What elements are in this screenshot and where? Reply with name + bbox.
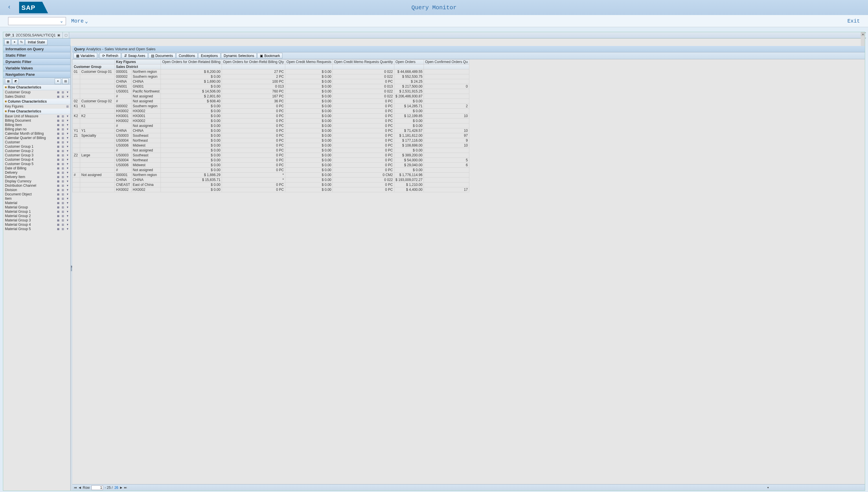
col-c4[interactable]: Open Credit Memo Requests Quantity (333, 59, 394, 65)
table-row[interactable]: K2K2HX0001HX0001$ 0.000 PC$ 0.000 PC$ 12… (73, 114, 469, 119)
char-drilldown-icon[interactable]: ▦ (56, 205, 61, 209)
tab-dp1[interactable]: DP_1 2CCSDSLSANALYTICQ1 ▣ (3, 32, 63, 38)
char-drilldown-icon[interactable]: ▦ (56, 141, 61, 144)
char-row[interactable]: Distribution Channel▦▥▼ (3, 183, 70, 188)
char-filter-icon[interactable]: ▼ (65, 91, 70, 94)
nav-icon-3[interactable]: ✦ (55, 78, 61, 84)
cat-col-chars[interactable]: Column Characteristics (3, 99, 70, 104)
table-row[interactable]: US0001Pacific Northwest$ 14,506.00760 PC… (73, 89, 469, 94)
table-row[interactable]: Y1Y1CHINACHINA$ 0.000 PC$ 0.000 PC$ 71,4… (73, 128, 469, 133)
char-drilldown-icon[interactable]: ▦ (56, 179, 61, 183)
char-swap-icon[interactable]: ▥ (61, 201, 65, 205)
char-filter-icon[interactable]: ▼ (65, 197, 70, 201)
char-swap-icon[interactable]: ▥ (61, 227, 65, 231)
char-filter-icon[interactable]: ▼ (65, 95, 70, 99)
char-filter-icon[interactable]: ▼ (65, 205, 70, 209)
char-drilldown-icon[interactable]: ▦ (56, 193, 61, 196)
char-row[interactable]: Delivery▦▥▼ (3, 171, 70, 175)
char-filter-icon[interactable]: ▼ (65, 149, 70, 153)
table-row[interactable]: US0004Northeast$ 0.000 PC$ 0.000 PC$ 54,… (73, 158, 469, 163)
char-drilldown-icon[interactable]: ▦ (56, 162, 61, 166)
char-filter-icon[interactable]: ▼ (65, 136, 70, 140)
exit-link[interactable]: Exit (847, 18, 860, 24)
char-drilldown-icon[interactable]: ▦ (56, 197, 61, 201)
row-input[interactable] (91, 485, 103, 490)
char-row[interactable]: Delivery Item▦▥▼ (3, 175, 70, 179)
char-row[interactable]: Material Group 2▦▥▼ (3, 214, 70, 218)
char-row[interactable]: Sales District▦▥▼ (3, 95, 70, 99)
table-row[interactable]: CHINACHINA$ 15,835.71*$ 0.000 022$ 193,0… (73, 177, 469, 182)
table-row[interactable]: #Not assigned$ 0.000 PC$ 0.000 PC$ 0.00 (73, 148, 469, 153)
char-swap-icon[interactable]: ▥ (61, 197, 65, 201)
char-drilldown-icon[interactable]: ▦ (56, 149, 61, 153)
char-filter-icon[interactable]: ▼ (65, 223, 70, 227)
char-swap-icon[interactable]: ▥ (61, 95, 65, 99)
char-row[interactable]: Customer Group 2▦▥▼ (3, 149, 70, 153)
nav-next-icon[interactable]: ▶ (120, 486, 122, 489)
documents-button[interactable]: ▤Documents (148, 53, 175, 58)
back-button[interactable]: ‹ (5, 3, 13, 11)
initial-state-button[interactable]: Initial State (25, 39, 47, 45)
char-filter-icon[interactable]: ▼ (65, 227, 70, 231)
exceptions-button[interactable]: Exceptions (198, 53, 220, 58)
char-row[interactable]: Material Group 3▦▥▼ (3, 218, 70, 223)
panel-variable-values[interactable]: Variable Values (3, 65, 70, 71)
char-drilldown-icon[interactable]: ▦ (56, 145, 61, 149)
char-filter-icon[interactable]: ▼ (65, 162, 70, 166)
char-swap-icon[interactable]: ▥ (61, 119, 65, 123)
char-swap-icon[interactable]: ▥ (61, 219, 65, 222)
char-drilldown-icon[interactable]: ▦ (56, 91, 61, 94)
char-row[interactable]: Calendar Month of Billing▦▥▼ (3, 131, 70, 136)
char-row[interactable]: Material Group▦▥▼ (3, 205, 70, 210)
char-filter-icon[interactable]: ▼ (65, 219, 70, 222)
char-drilldown-icon[interactable]: ▦ (56, 210, 61, 214)
char-filter-icon[interactable]: ▼ (65, 184, 70, 188)
char-drilldown-icon[interactable]: ▦ (56, 132, 61, 136)
char-drilldown-icon[interactable]: ▦ (56, 219, 61, 222)
char-swap-icon[interactable]: ▥ (61, 205, 65, 209)
dynamic-selections-button[interactable]: Dynamic Selections (221, 53, 257, 58)
table-row[interactable]: CHINACHINA$ 1,690.00100 PC$ 0.000 PC$ 24… (73, 79, 469, 84)
col-c3[interactable]: Open Credit Memo Requests (285, 59, 332, 65)
char-row[interactable]: Document Object▦▥▼ (3, 192, 70, 197)
percent-icon[interactable]: % (18, 39, 25, 45)
char-row[interactable]: Material Group 1▦▥▼ (3, 210, 70, 214)
char-drilldown-icon[interactable]: ▦ (56, 214, 61, 218)
collapse-icon[interactable]: ▾ (767, 486, 769, 489)
char-swap-icon[interactable]: ▥ (61, 179, 65, 183)
char-row[interactable]: Customer Group 1▦▥▼ (3, 145, 70, 149)
conditions-button[interactable]: Conditions (176, 53, 198, 58)
table-row[interactable]: #Not assigned000001Northern region$ 1,88… (73, 173, 469, 177)
char-filter-icon[interactable]: ▼ (65, 132, 70, 136)
table-row[interactable]: CNEASTEast of China$ 0.000 PC$ 0.000 PC$… (73, 182, 469, 187)
char-row[interactable]: Billing plan no▦▥▼ (3, 127, 70, 131)
table-row[interactable]: HX0002HX0002$ 0.000 PC$ 0.000 PC$ 0.00 (73, 119, 469, 123)
char-swap-icon[interactable]: ▥ (61, 158, 65, 162)
char-filter-icon[interactable]: ▼ (65, 123, 70, 127)
char-swap-icon[interactable]: ▥ (61, 223, 65, 227)
char-drilldown-icon[interactable]: ▦ (56, 201, 61, 205)
char-row[interactable]: Customer Group 3▦▥▼ (3, 153, 70, 157)
col-customer-group[interactable]: Customer Group (73, 65, 115, 69)
nav-icon-2[interactable]: ◩ (13, 78, 19, 84)
char-swap-icon[interactable]: ▥ (61, 214, 65, 218)
table-row[interactable]: K1K1000002Southern region$ 0.000 PC$ 0.0… (73, 104, 469, 109)
char-filter-icon[interactable]: ▼ (65, 115, 70, 118)
char-swap-icon[interactable]: ▥ (61, 162, 65, 166)
tab-add[interactable]: ▢ (63, 32, 69, 38)
refresh-button[interactable]: ⟳Refresh (99, 53, 121, 58)
data-grid[interactable]: Key Figures Open Orders for Order-Relate… (72, 59, 865, 484)
cat-row-chars[interactable]: Row Characteristics (3, 85, 70, 90)
table-row[interactable]: 02Customer Group 02#Not assigned$ 608.40… (73, 99, 469, 104)
char-swap-icon[interactable]: ▥ (61, 193, 65, 196)
panel-navigation-pane[interactable]: Navigation Pane (3, 71, 70, 78)
char-row[interactable]: Customer Group▦▥▼ (3, 90, 70, 95)
char-swap-icon[interactable]: ▥ (61, 132, 65, 136)
char-filter-icon[interactable]: ▼ (65, 175, 70, 179)
char-drilldown-icon[interactable]: ▦ (56, 184, 61, 188)
swap-axes-button[interactable]: ⇵Swap Axes (121, 53, 148, 58)
panel-information[interactable]: Information on Query (3, 46, 70, 52)
more-menu[interactable]: More⌄ (71, 18, 88, 24)
char-row[interactable]: Division▦▥▼ (3, 188, 70, 192)
char-swap-icon[interactable]: ▥ (61, 123, 65, 127)
